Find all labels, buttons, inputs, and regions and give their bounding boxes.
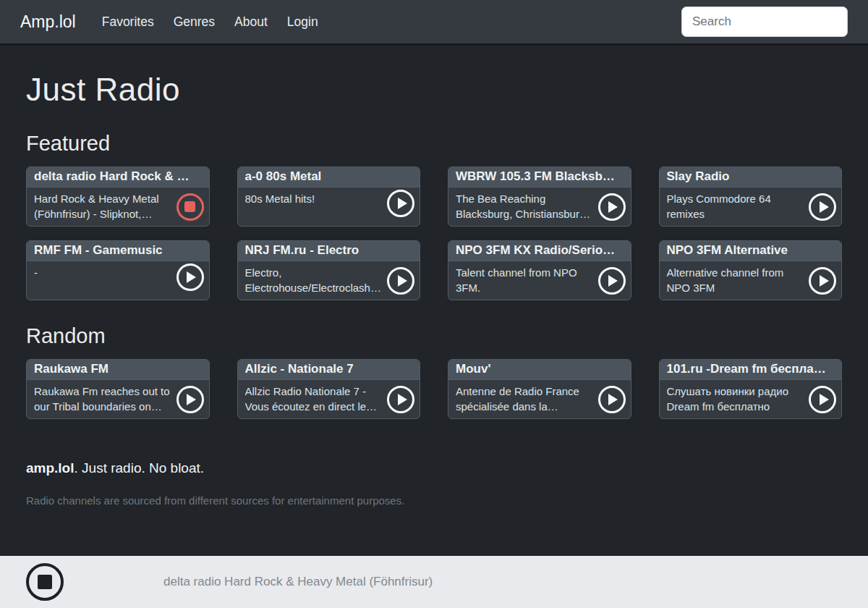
station-card: RMF FM - Gamemusic- <box>26 240 210 300</box>
station-title: a-0 80s Metal <box>238 167 420 187</box>
station-description: Allzic Radio Nationale 7 - Vous écoutez … <box>245 384 384 414</box>
station-description: - <box>34 265 173 280</box>
station-description: Antenne de Radio France spécialisée dans… <box>456 384 595 414</box>
station-title: Allzic - Nationale 7 <box>238 360 420 380</box>
sections-container: Featureddelta radio Hard Rock & …Hard Ro… <box>26 132 842 419</box>
station-grid: delta radio Hard Rock & …Hard Rock & Hea… <box>26 166 842 300</box>
now-playing-title: delta radio Hard Rock & Heavy Metal (Föh… <box>163 575 433 589</box>
station-title: delta radio Hard Rock & … <box>27 167 209 187</box>
footer-brand: amp.lol <box>26 460 75 476</box>
station-title: Raukawa FM <box>27 360 209 380</box>
nav-link-about[interactable]: About <box>234 14 268 30</box>
station-card-body: Talent channel from NPO 3FM. <box>448 261 631 300</box>
player-stop-button[interactable] <box>26 563 64 601</box>
page-title: Just Radio <box>26 72 842 108</box>
section-heading: Featured <box>26 132 842 156</box>
play-button[interactable] <box>809 386 836 413</box>
play-icon <box>187 394 196 405</box>
station-title: 101.ru -Dream fm беспла… <box>660 360 842 380</box>
station-description: Слушать новинки радио Dream fm бесплатно <box>667 384 806 414</box>
play-button[interactable] <box>387 190 414 217</box>
play-icon <box>820 275 829 287</box>
footer-tagline: amp.lol. Just radio. No bloat. <box>26 460 842 476</box>
brand-logo[interactable]: Amp.lol <box>20 12 76 32</box>
station-title: NPO 3FM KX Radio/Serio… <box>448 241 631 261</box>
station-title: Mouv' <box>448 360 631 380</box>
nav-links: Favorites Genres About Login <box>102 14 318 30</box>
stop-icon <box>38 575 52 589</box>
play-icon <box>608 394 618 405</box>
play-icon <box>608 275 618 287</box>
station-card-body: Raukawa Fm reaches out to our Tribal bou… <box>27 380 209 418</box>
main-content: Just Radio Featureddelta radio Hard Rock… <box>0 72 868 608</box>
station-title: NRJ FM.ru - Electro <box>238 241 420 261</box>
play-icon <box>187 271 196 283</box>
station-card-body: The Bea Reaching Blacksburg, Christiansb… <box>448 187 631 226</box>
station-card: Raukawa FMRaukawa Fm reaches out to our … <box>26 359 210 419</box>
play-button[interactable] <box>598 267 626 295</box>
station-card-body: Plays Commodore 64 remixes <box>660 187 842 226</box>
station-section: RandomRaukawa FMRaukawa Fm reaches out t… <box>26 324 842 419</box>
play-icon <box>820 394 829 405</box>
station-card-body: - <box>27 261 209 293</box>
play-button[interactable] <box>176 386 204 413</box>
play-button[interactable] <box>809 267 836 295</box>
play-button[interactable] <box>598 193 626 221</box>
station-description: 80s Metal hits! <box>245 191 384 206</box>
station-section: Featureddelta radio Hard Rock & …Hard Ro… <box>26 132 842 300</box>
station-description: Electro, Electrohouse/Electroclash, Ha… <box>245 265 384 295</box>
station-card: NRJ FM.ru - ElectroElectro, Electrohouse… <box>237 240 421 300</box>
station-card: Allzic - Nationale 7Allzic Radio Nationa… <box>237 359 421 419</box>
nav-link-favorites[interactable]: Favorites <box>102 14 154 30</box>
station-title: Slay Radio <box>660 167 842 187</box>
station-card-body: Antenne de Radio France spécialisée dans… <box>448 380 631 418</box>
station-card-body: Allzic Radio Nationale 7 - Vous écoutez … <box>238 380 420 418</box>
footer-disclaimer: Radio channels are sourced from differen… <box>26 494 842 507</box>
station-card-body: 80s Metal hits! <box>238 187 420 219</box>
station-description: Alternative channel from NPO 3FM <box>667 265 806 295</box>
play-icon <box>398 198 407 209</box>
station-card: a-0 80s Metal80s Metal hits! <box>237 166 421 227</box>
play-button[interactable] <box>176 263 204 291</box>
station-card: NPO 3FM KX Radio/Serio…Talent channel fr… <box>448 240 631 300</box>
station-card: WBRW 105.3 FM Blacksb…The Bea Reaching B… <box>448 166 631 227</box>
station-description: Plays Commodore 64 remixes <box>667 191 806 221</box>
stop-icon <box>184 201 195 212</box>
station-card-body: Electro, Electrohouse/Electroclash, Ha… <box>238 261 420 300</box>
nav-link-genres[interactable]: Genres <box>174 14 215 30</box>
section-heading: Random <box>26 324 842 348</box>
station-card-body: Hard Rock & Heavy Metal (Föhnfrisur) - S… <box>27 187 209 226</box>
navbar: Amp.lol Favorites Genres About Login <box>0 0 868 46</box>
play-button[interactable] <box>387 386 414 413</box>
station-title: WBRW 105.3 FM Blacksb… <box>448 167 631 187</box>
station-title: NPO 3FM Alternative <box>660 241 842 261</box>
player-bar: delta radio Hard Rock & Heavy Metal (Föh… <box>0 556 868 608</box>
station-description: Talent channel from NPO 3FM. <box>456 265 595 295</box>
station-description: The Bea Reaching Blacksburg, Christiansb… <box>456 191 595 221</box>
station-description: Raukawa Fm reaches out to our Tribal bou… <box>34 384 173 414</box>
play-button[interactable] <box>809 193 836 221</box>
station-grid: Raukawa FMRaukawa Fm reaches out to our … <box>26 359 842 419</box>
stop-button[interactable] <box>176 193 204 221</box>
station-card-body: Alternative channel from NPO 3FM <box>660 261 842 300</box>
station-card: delta radio Hard Rock & …Hard Rock & Hea… <box>26 166 210 227</box>
station-card: 101.ru -Dream fm беспла…Слушать новинки … <box>659 359 843 419</box>
search-input[interactable] <box>681 7 848 37</box>
play-button[interactable] <box>598 386 626 413</box>
play-icon <box>608 201 618 213</box>
station-card: Mouv'Antenne de Radio France spécialisée… <box>448 359 631 419</box>
play-icon <box>820 201 829 213</box>
play-icon <box>398 394 407 405</box>
play-icon <box>398 275 407 287</box>
station-card: Slay RadioPlays Commodore 64 remixes <box>659 166 843 227</box>
station-card: NPO 3FM AlternativeAlternative channel f… <box>659 240 843 300</box>
station-description: Hard Rock & Heavy Metal (Föhnfrisur) - S… <box>34 191 173 221</box>
play-button[interactable] <box>387 267 414 295</box>
station-title: RMF FM - Gamemusic <box>27 241 209 261</box>
footer-tagline-rest: . Just radio. No bloat. <box>75 460 205 476</box>
nav-link-login[interactable]: Login <box>287 14 318 30</box>
station-card-body: Слушать новинки радио Dream fm бесплатно <box>660 380 842 418</box>
